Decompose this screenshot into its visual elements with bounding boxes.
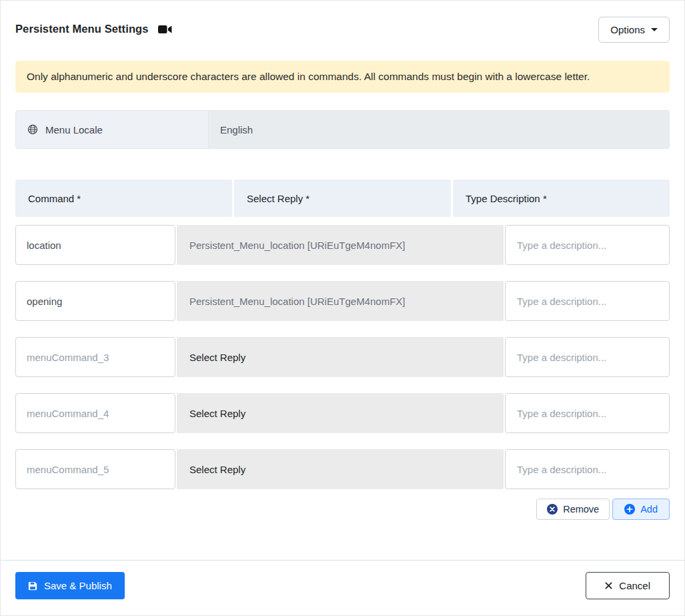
globe-icon [27,124,38,135]
description-input[interactable] [505,225,670,265]
chevron-down-icon [651,28,658,31]
video-camera-icon [158,25,172,34]
command-input[interactable] [15,393,175,433]
cancel-button-label: Cancel [619,580,650,591]
options-button[interactable]: Options [598,17,670,43]
select-reply-button[interactable]: Select Reply [177,449,504,489]
menu-command-row: Select Reply [15,393,670,433]
select-reply-button[interactable]: Persistent_Menu_location [URiEuTgeM4nomF… [177,281,504,321]
menu-command-row: Persistent_Menu_location [URiEuTgeM4nomF… [15,281,670,321]
type-description-column-header: Type Description * [453,180,670,217]
command-input[interactable] [15,225,175,265]
remove-button-label: Remove [563,504,599,515]
save-publish-label: Save & Publish [44,580,112,591]
menu-locale-value: English [209,110,670,149]
menu-command-row: Select Reply [15,337,670,377]
command-input[interactable] [15,281,175,321]
description-input[interactable] [505,449,670,489]
command-input[interactable] [15,337,175,377]
save-publish-button[interactable]: Save & Publish [15,572,125,599]
select-reply-button[interactable]: Select Reply [177,393,504,433]
add-button-label: Add [640,504,658,515]
menu-command-row: Select Reply [15,449,670,489]
add-row-button[interactable]: Add [612,499,670,520]
title-wrap: Persistent Menu Settings [15,17,172,35]
table-header-row: Command * Select Reply * Type Descriptio… [15,180,670,217]
description-input[interactable] [505,393,670,433]
save-floppy-icon [28,581,37,591]
options-button-label: Options [610,24,645,35]
menu-locale-group: Menu Locale English [15,110,670,149]
cancel-button[interactable]: Cancel [586,572,670,599]
page-title: Persistent Menu Settings [15,23,149,35]
panel-footer: Save & Publish Cancel [15,561,670,599]
menu-command-row: Persistent_Menu_location [URiEuTgeM4nomF… [15,225,670,265]
command-input[interactable] [15,449,175,489]
menu-locale-label: Menu Locale [15,110,209,149]
command-column-header: Command * [15,180,232,217]
x-circle-icon [547,504,558,515]
menu-locale-label-text: Menu Locale [45,124,103,135]
row-actions: Remove Add [15,499,670,520]
description-input[interactable] [505,337,670,377]
select-reply-button[interactable]: Select Reply [177,337,504,377]
alert-text: Only alphanumeric and underscore charact… [27,71,590,82]
command-rules-alert: Only alphanumeric and underscore charact… [15,61,670,93]
menu-locale-value-text: English [220,124,253,135]
description-input[interactable] [505,281,670,321]
select-reply-column-header: Select Reply * [234,180,451,217]
persistent-menu-settings-panel: Persistent Menu Settings Options Only al… [0,0,685,616]
panel-header: Persistent Menu Settings Options [15,17,670,47]
remove-row-button[interactable]: Remove [536,499,610,520]
select-reply-button[interactable]: Persistent_Menu_location [URiEuTgeM4nomF… [177,225,504,265]
x-icon [605,582,612,589]
plus-circle-icon [624,504,635,515]
